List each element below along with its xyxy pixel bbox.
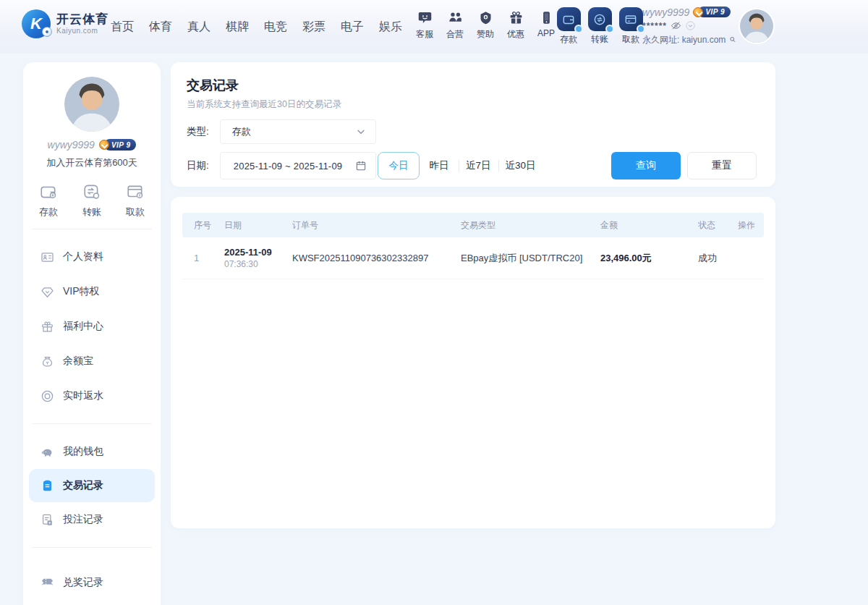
col-header-status: 状态: [698, 219, 738, 232]
type-select-value: 存款: [232, 125, 355, 138]
sidebar-item-label: 投注记录: [63, 513, 103, 526]
nav-item-slots[interactable]: 电子: [337, 17, 367, 38]
money-bag-icon: [41, 355, 54, 368]
logo-letter: K: [30, 14, 42, 33]
partnership-button[interactable]: 合营: [441, 10, 469, 41]
avatar[interactable]: [739, 8, 775, 44]
sidebar: wywy9999 VIP 9 加入开云体育第600天 存款 转账 取款: [23, 62, 161, 605]
nav-item-lottery[interactable]: 彩票: [299, 17, 329, 38]
nav-item-live[interactable]: 真人: [184, 17, 214, 38]
sidebar-item-transactions[interactable]: 交易记录: [29, 469, 155, 502]
sidebar-item-vip[interactable]: VIP特权: [23, 274, 161, 309]
sidebar-item-messages[interactable]: 消息中心 99+: [23, 600, 161, 605]
col-header-action: 操作: [738, 219, 764, 232]
deposit-button[interactable]: 存款: [555, 7, 582, 46]
promotions-label: 优惠: [507, 28, 524, 41]
cell-amount: 23,496.00元: [600, 252, 698, 265]
quick-range-group: 今日 昨日 近7日 近30日: [378, 152, 543, 179]
main-nav: 首页 体育 真人 棋牌 电竞 彩票 电子 娱乐: [107, 0, 406, 54]
app-label: APP: [537, 28, 555, 38]
transfer-button[interactable]: 转账: [586, 7, 613, 46]
vip-shield-icon: [693, 7, 703, 17]
range-yesterday-button[interactable]: 昨日: [420, 152, 459, 179]
sidebar-item-label: VIP特权: [63, 285, 100, 298]
promotions-button[interactable]: 优惠: [502, 10, 529, 41]
type-filter-row: 类型: 存款: [187, 119, 376, 144]
sidebar-item-label: 福利中心: [63, 320, 103, 333]
nav-item-entertainment[interactable]: 娱乐: [375, 17, 406, 38]
customer-service-button[interactable]: 客服: [411, 10, 438, 41]
range-30days-button[interactable]: 近30日: [498, 152, 543, 179]
brand-logo-icon: K: [22, 9, 51, 38]
brand-logo[interactable]: K 开云体育 Kaiyun.com: [22, 9, 109, 38]
sidebar-avatar[interactable]: [64, 77, 119, 132]
sidebar-item-bets[interactable]: 投注记录: [23, 502, 161, 537]
transfer-label: 转账: [591, 33, 608, 46]
magnifier-icon[interactable]: [729, 34, 736, 45]
sidebar-item-yuebao[interactable]: 余额宝: [23, 344, 161, 378]
gift-icon: [509, 10, 524, 25]
sidebar-deposit-label: 存款: [39, 206, 58, 219]
sidebar-item-rebate[interactable]: 实时返水: [23, 378, 161, 413]
sidebar-item-label: 我的钱包: [63, 445, 103, 458]
date-filter-row: 日期: 2025-11-09 ~ 2025-11-09: [187, 152, 376, 179]
cell-index: 1: [194, 253, 224, 263]
sidebar-item-label: 兑奖记录: [63, 576, 103, 589]
nav-item-sports[interactable]: 体育: [145, 17, 176, 38]
phone-icon: [539, 10, 554, 25]
withdraw-button[interactable]: 取款: [617, 7, 644, 46]
sidebar-deposit-button[interactable]: 存款: [39, 182, 58, 219]
joined-days: 加入开云体育第600天: [23, 156, 161, 169]
transfer-icon: [588, 7, 612, 31]
chat-bubble-icon: [417, 10, 433, 25]
sidebar-transfer-label: 转账: [82, 206, 101, 219]
col-header-type: 交易类型: [461, 219, 600, 232]
sidebar-quick-actions: 存款 转账 取款: [23, 182, 161, 219]
customer-service-label: 客服: [416, 28, 433, 41]
page: K 开云体育 Kaiyun.com 首页 体育 真人 棋牌 电竞 彩票 电子 娱…: [0, 0, 868, 605]
nav-item-home[interactable]: 首页: [107, 17, 137, 38]
range-7days-button[interactable]: 近7日: [459, 152, 498, 179]
eye-off-icon[interactable]: [671, 20, 681, 31]
piggy-bank-icon: [41, 445, 54, 459]
withdraw-label: 取款: [622, 33, 639, 46]
date-label: 日期:: [187, 159, 209, 172]
cell-date-value: 2025-11-09: [224, 247, 292, 258]
search-button[interactable]: 查询: [611, 152, 681, 179]
col-header-date: 日期: [224, 219, 292, 232]
sidebar-item-wallet[interactable]: 我的钱包: [23, 434, 161, 469]
cell-date: 2025-11-09 07:36:30: [224, 247, 292, 269]
refresh-chevron-icon[interactable]: [685, 20, 696, 31]
reset-button[interactable]: 重置: [687, 152, 757, 179]
sponsor-button[interactable]: 赞助: [472, 10, 499, 41]
sidebar-username: wywy9999: [48, 139, 95, 151]
sidebar-item-label: 余额宝: [63, 355, 93, 368]
sidebar-withdraw-label: 取款: [126, 206, 145, 219]
range-today-button[interactable]: 今日: [378, 152, 420, 179]
partnership-label: 合营: [446, 28, 464, 41]
brand-name: 开云体育: [56, 13, 109, 27]
people-icon: [448, 10, 463, 25]
sidebar-menu-group-1: 个人资料 VIP特权 福利中心 余额宝 实时返水: [23, 240, 161, 413]
transactions-table-card: 序号 日期 订单号 交易类型 金额 状态 操作 1 2025-11-09 07:…: [171, 197, 775, 528]
sidebar-item-profile[interactable]: 个人资料: [23, 240, 161, 274]
filters-card: 交易记录 当前系统支持查询最近30日的交易记录 类型: 存款 日期: 2025-…: [171, 62, 775, 187]
sidebar-withdraw-button[interactable]: 取款: [126, 182, 145, 219]
chevron-down-icon: [355, 126, 367, 138]
sidebar-item-welfare[interactable]: 福利中心: [23, 309, 161, 344]
transfer-outline-icon: [82, 182, 101, 201]
deposit-badge: [574, 25, 583, 33]
sidebar-menu-group-2: 我的钱包 交易记录 投注记录: [23, 434, 161, 537]
nav-item-esports[interactable]: 电竞: [260, 17, 291, 38]
nav-item-board-games[interactable]: 棋牌: [222, 17, 252, 38]
calendar-icon: [355, 160, 367, 172]
sidebar-item-prizes[interactable]: 兑奖记录: [23, 565, 161, 600]
sidebar-item-label: 个人资料: [63, 250, 103, 263]
sidebar-item-label: 交易记录: [63, 479, 103, 492]
sidebar-transfer-button[interactable]: 转账: [82, 182, 101, 219]
type-select[interactable]: 存款: [220, 119, 376, 144]
date-range-input[interactable]: 2025-11-09 ~ 2025-11-09: [220, 152, 376, 179]
cell-order-no: KWSF202511090736302332897: [292, 253, 461, 263]
col-header-amount: 金额: [600, 219, 698, 232]
col-header-order: 订单号: [292, 219, 461, 232]
